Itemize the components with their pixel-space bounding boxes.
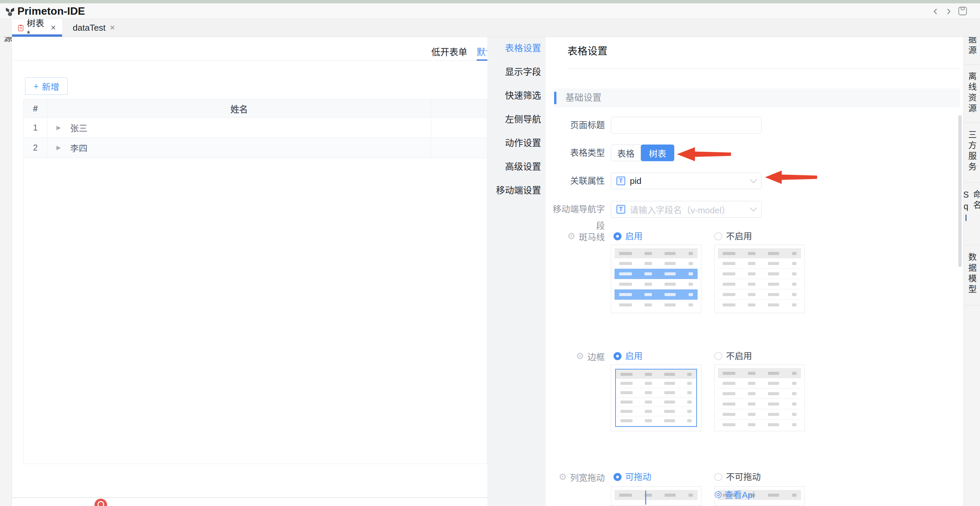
view-api-link[interactable]: ◎ 查看Api	[714, 488, 754, 500]
border-off-preview	[714, 364, 805, 431]
border-disable-label[interactable]: 不启用	[726, 348, 752, 364]
table-header-row: # 姓名	[24, 99, 487, 118]
mobile-nav-field-select[interactable]: T 请输入字段名（v-model）	[611, 201, 762, 218]
save-icon[interactable]	[958, 6, 967, 16]
settings-menu: 表格设置 显示字段 快速筛选 左侧导航 动作设置 高级设置 移动端设置	[487, 37, 546, 506]
plus-icon: +	[33, 81, 38, 91]
text-field-type-icon: T	[617, 177, 625, 185]
relation-field-value: pid	[630, 176, 641, 186]
strip-item-third-party-services[interactable]: 三方服务	[964, 123, 980, 183]
form-doc-icon	[18, 24, 23, 31]
back-icon[interactable]: ‹	[933, 3, 938, 19]
drag-on-preview	[611, 486, 701, 506]
gear-icon: ⚙	[576, 351, 584, 361]
basic-settings-section-header: 基础设置	[554, 88, 960, 107]
active-tab-underline	[12, 34, 62, 37]
page-tab-active-underline	[477, 59, 487, 61]
drag-enable-radio[interactable]	[614, 473, 622, 481]
expand-row-icon[interactable]: ▶	[56, 124, 61, 131]
relation-field-label: 关联属性	[546, 173, 605, 189]
mobile-nav-field-label: 移动端导航字段	[546, 201, 605, 218]
menu-item-table-settings[interactable]: 表格设置	[487, 37, 546, 60]
column-drag-setting-label: ⚙ 列宽拖动	[546, 469, 605, 485]
gear-icon: ⚙	[568, 231, 576, 242]
row-name: 李四	[70, 142, 88, 154]
expand-row-icon[interactable]: ▶	[56, 144, 61, 151]
window-top-strip	[0, 0, 980, 3]
resource-strip[interactable]: 资源	[0, 19, 12, 506]
close-icon[interactable]: ✕	[109, 24, 115, 32]
menu-item-advanced-settings[interactable]: 高级设置	[487, 155, 546, 179]
gear-icon: ⚙	[559, 472, 567, 482]
badge-glyph	[97, 501, 104, 506]
strip-item-named-sql[interactable]: 命名Sql	[964, 183, 980, 245]
row-index: 1	[24, 118, 48, 137]
page-title-label: 页面标题	[546, 117, 605, 134]
menu-item-display-fields[interactable]: 显示字段	[487, 60, 546, 84]
page-tab-lowcode-form[interactable]: 低开表单	[431, 45, 467, 58]
border-on-preview	[611, 364, 701, 431]
annotation-arrow-relation-field	[765, 170, 817, 185]
page-title-input[interactable]	[611, 117, 762, 134]
panel-title: 表格设置	[568, 43, 608, 57]
row-index: 2	[24, 138, 48, 158]
zebra-setting-label: ⚙ 斑马线	[546, 228, 605, 245]
app-title: Primeton-IDE	[18, 3, 85, 19]
relation-field-select[interactable]: T pid	[611, 173, 762, 189]
zebra-on-preview	[611, 245, 701, 313]
table-settings-panel: 表格设置 基础设置 页面标题 表格类型 表格 树表 关联属性 T pid 移动端…	[546, 37, 963, 506]
drag-enable-label[interactable]: 可拖动	[625, 469, 651, 485]
border-setting-label: ⚙ 边框	[546, 348, 605, 364]
border-enable-label[interactable]: 启用	[625, 348, 643, 364]
zebra-enable-radio[interactable]	[614, 232, 622, 240]
index-column-header: #	[24, 99, 48, 118]
primeton-ide-window: 低开表单 默认 + 新增 # 姓名 1 ▶ 张三 2	[0, 0, 980, 506]
close-icon[interactable]: ✕	[50, 24, 56, 32]
menu-item-mobile-settings[interactable]: 移动端设置	[487, 179, 546, 203]
tab-label: dataTest	[73, 23, 105, 33]
form-canvas: 低开表单 默认 + 新增 # 姓名 1 ▶ 张三 2	[12, 37, 487, 506]
section-title: 基础设置	[565, 88, 601, 107]
editor-tabbar: 树表* ✕ dataTest ✕	[0, 19, 980, 37]
add-row-button[interactable]: + 新增	[25, 78, 68, 95]
menu-item-quick-filter[interactable]: 快速筛选	[487, 84, 546, 108]
annotation-arrow-tree-type	[677, 146, 731, 162]
strip-item-data-model[interactable]: 数据模型	[964, 245, 980, 306]
page-tab-default[interactable]: 默认	[477, 45, 487, 58]
editor-tab-datatest[interactable]: dataTest ✕	[64, 19, 119, 37]
zebra-off-preview	[714, 245, 805, 313]
chevron-down-icon	[750, 176, 757, 183]
menu-item-action-settings[interactable]: 动作设置	[487, 132, 546, 155]
row-name: 张三	[70, 121, 88, 134]
titlebar: Primeton-IDE ‹ ›	[0, 3, 980, 19]
right-tool-strip: 数据源 离线资源 三方服务 命名Sql 数据模型	[963, 19, 980, 506]
section-accent-bar	[554, 92, 557, 104]
strip-item-offline-resources[interactable]: 离线资源	[964, 64, 980, 123]
border-disable-radio[interactable]	[714, 352, 722, 360]
border-enable-radio[interactable]	[614, 352, 622, 360]
zebra-enable-label[interactable]: 启用	[625, 228, 643, 245]
mobile-nav-placeholder: 请输入字段名（v-model）	[630, 203, 730, 216]
preview-data-table: # 姓名 1 ▶ 张三 2 ▶ 李四	[23, 99, 487, 464]
text-field-type-icon: T	[617, 205, 625, 213]
chevron-down-icon	[750, 204, 757, 211]
panel-title-divider	[568, 68, 960, 69]
canvas-bottom-divider	[0, 497, 487, 498]
table-row[interactable]: 1 ▶ 张三	[24, 118, 487, 138]
menu-item-left-nav[interactable]: 左侧导航	[487, 108, 546, 132]
forward-icon[interactable]: ›	[947, 3, 951, 19]
extra-column-header	[431, 99, 487, 118]
page-tab-divider	[12, 60, 487, 61]
table-row[interactable]: 2 ▶ 李四	[24, 138, 487, 158]
add-button-label: 新增	[42, 80, 59, 92]
type-option-table-button[interactable]: 表格	[611, 145, 641, 161]
editor-tab-tree-table[interactable]: 树表* ✕	[12, 19, 62, 37]
zebra-disable-label[interactable]: 不启用	[726, 228, 752, 245]
drag-disable-label[interactable]: 不可拖动	[726, 469, 761, 485]
table-type-label: 表格类型	[546, 145, 605, 161]
zebra-disable-radio[interactable]	[714, 232, 722, 240]
primeton-logo-icon	[5, 6, 15, 17]
view-api-icon: ◎	[714, 489, 722, 499]
drag-disable-radio[interactable]	[714, 473, 722, 481]
type-option-tree-button[interactable]: 树表	[641, 145, 674, 161]
